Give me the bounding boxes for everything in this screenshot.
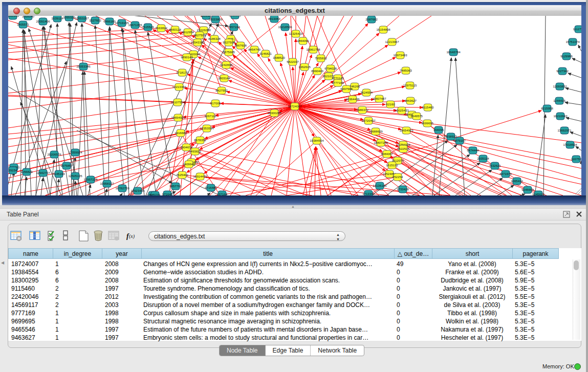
svg-text:9227342: 9227342 <box>556 69 569 73</box>
svg-text:14136141: 14136141 <box>373 184 387 187</box>
svg-text:12942737: 12942737 <box>36 171 50 174</box>
svg-text:19384554: 19384554 <box>310 139 324 142</box>
svg-text:9777169: 9777169 <box>332 81 344 84</box>
svg-text:1493822: 1493822 <box>189 149 201 153</box>
svg-text:2087682: 2087682 <box>365 17 378 21</box>
svg-text:1065412: 1065412 <box>511 179 523 183</box>
svg-text:16107554: 16107554 <box>170 100 185 104</box>
svg-text:3267110: 3267110 <box>204 114 216 118</box>
svg-text:1362615: 1362615 <box>298 65 311 69</box>
svg-text:164095: 164095 <box>433 128 444 132</box>
svg-text:8912954: 8912954 <box>182 30 194 34</box>
svg-text:1145194: 1145194 <box>53 172 65 176</box>
svg-text:23226058: 23226058 <box>197 28 211 32</box>
svg-text:1904674: 1904674 <box>180 145 192 149</box>
svg-text:1112753: 1112753 <box>573 27 581 31</box>
svg-text:8471676: 8471676 <box>499 172 512 176</box>
svg-text:1615132: 1615132 <box>386 163 398 167</box>
svg-text:9146821: 9146821 <box>259 52 272 55</box>
svg-text:1055326: 1055326 <box>63 16 75 19</box>
svg-text:1244415: 1244415 <box>553 99 565 102</box>
svg-text:13692971: 13692971 <box>557 128 572 132</box>
svg-text:1409948: 1409948 <box>183 162 195 166</box>
svg-text:8660124: 8660124 <box>169 28 181 31</box>
svg-text:3624554: 3624554 <box>360 91 373 94</box>
svg-text:5822037: 5822037 <box>287 60 299 63</box>
svg-text:2867608: 2867608 <box>234 43 247 47</box>
svg-text:11325419: 11325419 <box>289 32 303 35</box>
svg-text:7515526: 7515526 <box>142 25 154 29</box>
svg-text:18300295: 18300295 <box>267 111 281 115</box>
svg-text:917006: 917006 <box>210 101 221 105</box>
svg-text:19654925: 19654925 <box>171 116 185 119</box>
svg-text:8813054: 8813054 <box>268 17 280 20</box>
svg-text:10807487: 10807487 <box>372 97 386 100</box>
svg-text:8813051: 8813051 <box>229 16 241 17</box>
svg-text:7986372: 7986372 <box>356 108 368 112</box>
svg-text:2718170: 2718170 <box>176 71 188 74</box>
svg-text:10961758: 10961758 <box>306 48 320 51</box>
svg-text:15751074: 15751074 <box>565 40 580 43</box>
svg-text:10025433: 10025433 <box>395 108 409 112</box>
svg-text:16671355: 16671355 <box>128 23 142 27</box>
svg-text:12093832: 12093832 <box>553 84 567 88</box>
svg-text:12923445: 12923445 <box>130 189 145 192</box>
svg-text:12505135: 12505135 <box>68 174 82 178</box>
svg-text:16154808: 16154808 <box>376 28 390 31</box>
svg-text:15720407: 15720407 <box>361 119 376 122</box>
svg-text:18807249: 18807249 <box>374 141 388 144</box>
svg-text:16782759: 16782759 <box>115 186 129 190</box>
svg-text:116753: 116753 <box>571 157 581 161</box>
svg-text:8990443: 8990443 <box>311 69 323 73</box>
svg-text:1733426: 1733426 <box>397 187 409 191</box>
svg-text:7663822: 7663822 <box>155 26 167 30</box>
svg-text:2649575: 2649575 <box>410 114 423 118</box>
svg-text:9327508: 9327508 <box>223 40 235 44</box>
svg-text:6879197: 6879197 <box>453 139 466 142</box>
svg-text:16648784: 16648784 <box>446 50 461 54</box>
svg-text:7955812: 7955812 <box>315 56 327 60</box>
svg-text:16914479: 16914479 <box>193 174 207 178</box>
svg-text:1864091: 1864091 <box>297 39 309 42</box>
svg-text:12353594: 12353594 <box>200 126 214 130</box>
svg-text:9084067: 9084067 <box>381 152 393 156</box>
svg-text:17359924: 17359924 <box>68 150 82 154</box>
svg-text:10973493: 10973493 <box>393 53 407 57</box>
svg-text:39154: 39154 <box>9 168 18 172</box>
svg-text:10958107: 10958107 <box>100 182 114 185</box>
svg-text:8678352: 8678352 <box>194 138 206 142</box>
svg-text:9463627: 9463627 <box>404 99 417 102</box>
svg-text:10719155: 10719155 <box>115 21 129 25</box>
svg-text:20091406: 20091406 <box>36 19 50 23</box>
svg-text:9245652: 9245652 <box>521 188 534 191</box>
svg-text:6794028: 6794028 <box>324 67 337 70</box>
svg-text:9716485: 9716485 <box>205 186 217 189</box>
svg-text:19218506: 19218506 <box>278 25 292 29</box>
svg-text:1527602: 1527602 <box>89 18 101 22</box>
svg-text:16210643: 16210643 <box>553 114 568 118</box>
svg-text:16033809: 16033809 <box>208 17 223 21</box>
svg-text:12975115: 12975115 <box>403 83 417 87</box>
svg-text:20364436: 20364436 <box>345 97 360 101</box>
svg-text:7625402: 7625402 <box>176 173 188 177</box>
svg-text:2935114: 2935114 <box>477 157 489 160</box>
svg-text:9242848: 9242848 <box>220 63 232 67</box>
svg-text:1405571: 1405571 <box>17 23 29 26</box>
svg-text:20206576: 20206576 <box>47 152 61 156</box>
svg-text:5875685: 5875685 <box>223 50 235 54</box>
svg-text:6466160: 6466160 <box>103 19 116 23</box>
svg-text:6497568: 6497568 <box>340 87 353 91</box>
svg-text:2009140: 2009140 <box>22 16 34 18</box>
svg-text:17957225: 17957225 <box>83 178 98 181</box>
svg-text:8427552: 8427552 <box>215 89 228 92</box>
svg-text:8454749: 8454749 <box>248 48 260 51</box>
svg-text:252254: 252254 <box>393 175 403 179</box>
svg-text:9827509: 9827509 <box>193 33 206 37</box>
svg-text:10688609: 10688609 <box>368 129 383 133</box>
svg-text:1713342: 1713342 <box>362 192 375 195</box>
svg-text:17018504: 17018504 <box>563 143 577 146</box>
svg-text:18724007: 18724007 <box>288 104 302 108</box>
svg-text:9129966: 9129966 <box>560 54 573 58</box>
svg-text:9474444: 9474444 <box>467 148 479 152</box>
svg-text:2522514: 2522514 <box>397 147 409 150</box>
